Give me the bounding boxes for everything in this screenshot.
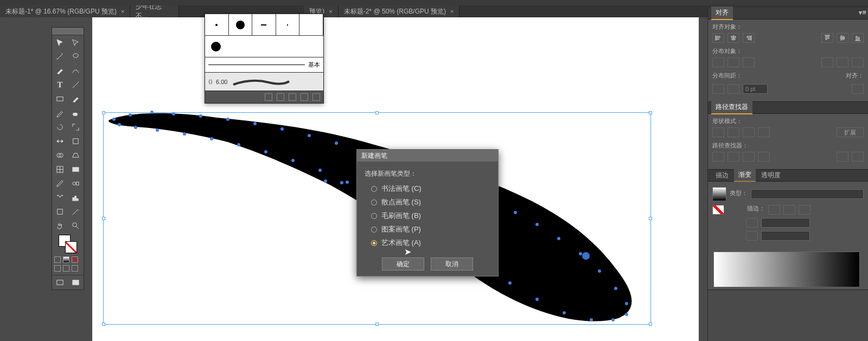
align-hcenter-icon[interactable]	[727, 33, 739, 43]
dist-left-icon[interactable]	[821, 57, 833, 67]
delete-brush-icon[interactable]	[312, 93, 320, 101]
aspect-icon[interactable]	[746, 231, 758, 241]
outline-icon[interactable]	[837, 152, 848, 162]
dist-bottom-icon[interactable]	[743, 57, 755, 67]
zoom-tool[interactable]	[68, 218, 84, 233]
tab-pathfinder[interactable]: 路径查找器	[711, 101, 752, 114]
line-tool[interactable]	[68, 78, 84, 92]
stroke-apply3-icon[interactable]	[799, 205, 810, 215]
option-pattern[interactable]: 图案画笔 (P)	[371, 224, 490, 234]
align-bottom-icon[interactable]	[852, 33, 864, 43]
artboard-tool[interactable]	[52, 204, 68, 218]
intersect-icon[interactable]	[743, 127, 755, 137]
selection-tool[interactable]	[52, 35, 68, 49]
rectangle-tool[interactable]	[52, 92, 68, 106]
brush-options-icon[interactable]	[289, 93, 296, 101]
brush-preset-3[interactable]	[252, 14, 276, 35]
pencil-tool[interactable]	[52, 106, 68, 120]
align-top-icon[interactable]	[821, 33, 833, 43]
brushes-panel[interactable]: 基本 ⟨⟩ 6.00	[205, 14, 324, 104]
cancel-button[interactable]: 取消	[431, 258, 473, 271]
dist-vspace-icon[interactable]	[712, 84, 724, 94]
brush-preset-1[interactable]	[205, 14, 229, 35]
draw-normal-icon[interactable]	[54, 265, 61, 272]
eyedropper-tool[interactable]	[52, 176, 68, 190]
tab-transparency[interactable]: 透明度	[757, 169, 785, 182]
gradient-preview[interactable]	[712, 187, 726, 201]
brush-preset-5[interactable]	[299, 14, 323, 35]
ok-button[interactable]: 确定	[382, 258, 424, 271]
tab-stroke[interactable]: 描边	[711, 169, 733, 182]
divide-icon[interactable]	[712, 152, 724, 162]
curvature-tool[interactable]	[68, 63, 84, 78]
crop-icon[interactable]	[758, 152, 770, 162]
fill-stroke-swatches[interactable]	[59, 235, 77, 253]
exclude-icon[interactable]	[758, 127, 770, 137]
close-icon[interactable]: ×	[121, 8, 124, 15]
dist-hspace-icon[interactable]	[727, 84, 739, 94]
eraser-tool[interactable]	[68, 106, 84, 120]
paintbrush-tool[interactable]	[68, 92, 84, 106]
gradient-mode-icon[interactable]	[63, 256, 69, 263]
gradient-type-select[interactable]	[751, 189, 864, 199]
scale-tool[interactable]	[68, 120, 84, 134]
merge-icon[interactable]	[743, 152, 755, 162]
minus-back-icon[interactable]	[852, 152, 864, 162]
flyout-icon[interactable]: ▾≡	[858, 9, 867, 16]
close-icon[interactable]: ×	[329, 8, 332, 15]
slice-tool[interactable]	[68, 204, 84, 218]
gradient-aspect-select[interactable]	[761, 231, 810, 241]
dist-hcenter-icon[interactable]	[837, 57, 848, 67]
close-icon[interactable]: ×	[450, 8, 454, 15]
option-calligraphic[interactable]: 书法画笔 (C)	[371, 184, 490, 194]
tab-align[interactable]: 对齐	[711, 7, 733, 20]
align-to-selection-icon[interactable]	[852, 84, 864, 94]
new-brush-icon[interactable]	[301, 93, 308, 101]
none-mode-icon[interactable]	[72, 256, 78, 263]
option-bristle[interactable]: 毛刷画笔 (B)	[371, 211, 490, 221]
brush-preset-2[interactable]	[229, 14, 253, 35]
option-scatter[interactable]: 散点画笔 (S)	[371, 197, 490, 207]
stroke-apply1-icon[interactable]	[768, 205, 780, 215]
tab-doc1[interactable]: 未标题-1* @ 16.67% (RGB/GPU 预览) ×	[0, 5, 130, 17]
remove-stroke-icon[interactable]	[277, 93, 284, 101]
dist-top-icon[interactable]	[712, 57, 724, 67]
rotate-tool[interactable]	[52, 120, 68, 134]
angle-icon[interactable]	[746, 218, 758, 228]
magic-wand-tool[interactable]	[52, 49, 68, 63]
align-left-icon[interactable]	[712, 33, 724, 43]
stroke-apply2-icon[interactable]	[783, 205, 795, 215]
tab-gradient[interactable]: 渐变	[734, 169, 756, 182]
align-vcenter-icon[interactable]	[837, 33, 848, 43]
align-right-icon[interactable]	[743, 33, 755, 43]
gradient-angle-select[interactable]	[761, 218, 810, 228]
width-tool[interactable]	[52, 134, 68, 148]
change-screen-icon[interactable]	[68, 275, 84, 289]
blend-tool[interactable]	[68, 176, 84, 190]
hand-tool[interactable]	[52, 218, 68, 233]
direct-selection-tool[interactable]	[68, 35, 84, 49]
pen-tool[interactable]	[52, 63, 68, 78]
color-mode-icon[interactable]	[54, 256, 61, 263]
draw-behind-icon[interactable]	[63, 265, 69, 272]
type-tool[interactable]: T	[52, 78, 68, 92]
draw-inside-icon[interactable]	[72, 265, 78, 272]
expand-button[interactable]: 扩展	[837, 127, 864, 137]
unite-icon[interactable]	[712, 127, 724, 137]
tab-doc4[interactable]: 未标题-2* @ 50% (RGB/GPU 预览) ×	[339, 5, 460, 17]
option-art[interactable]: 艺术画笔 (A)	[371, 238, 490, 248]
screen-mode-icon[interactable]	[52, 275, 68, 289]
brush-libraries-icon[interactable]	[265, 93, 272, 101]
lasso-tool[interactable]	[68, 49, 84, 63]
free-transform-tool[interactable]	[68, 134, 84, 148]
column-graph-tool[interactable]	[68, 190, 84, 204]
tab-doc2[interactable]: 少年壮志不...	[130, 5, 179, 17]
brush-preset-4[interactable]	[276, 14, 300, 35]
minus-front-icon[interactable]	[727, 127, 739, 137]
spacing-input[interactable]: 0 pt	[743, 84, 768, 94]
perspective-grid-tool[interactable]	[68, 148, 84, 162]
symbol-sprayer-tool[interactable]	[52, 190, 68, 204]
gradient-ramp[interactable]	[713, 252, 860, 287]
dist-vcenter-icon[interactable]	[727, 57, 739, 67]
stroke-swatch[interactable]	[65, 241, 77, 253]
